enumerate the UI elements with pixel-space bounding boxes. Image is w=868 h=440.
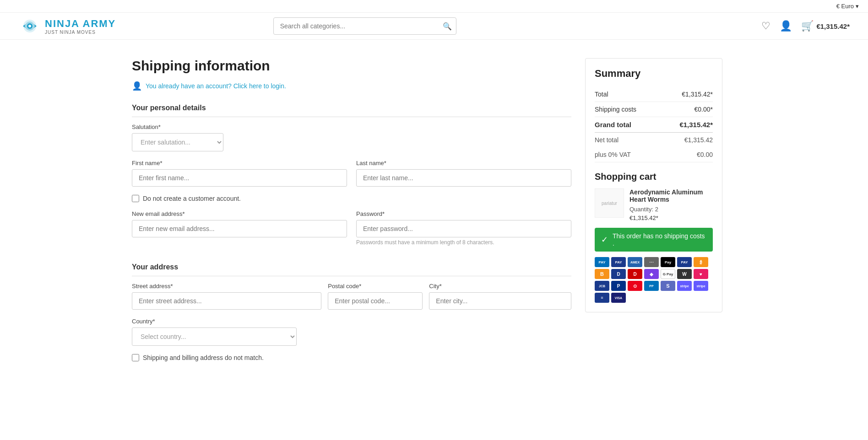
address-section-title: Your address xyxy=(132,263,571,276)
logo-army-text: ARMY xyxy=(83,18,116,29)
salutation-label: Salutation* xyxy=(132,123,571,130)
password-label: Password* xyxy=(356,210,571,217)
grand-total-value: €1,315.42* xyxy=(679,121,713,129)
payment-icon-pp1: P xyxy=(611,281,626,291)
vat-row: plus 0% VAT €0.00 xyxy=(595,147,713,162)
net-total-value: €1,315.42 xyxy=(684,136,713,144)
svg-point-3 xyxy=(28,25,31,27)
no-account-label: Do not create a customer account. xyxy=(143,195,241,202)
last-name-group: Last name* xyxy=(356,160,571,187)
grand-total-row: Grand total €1,315.42* xyxy=(595,117,713,133)
country-group: Country* Select country... Germany Unite… xyxy=(132,318,571,346)
payment-icon-heart: ♥ xyxy=(694,269,708,279)
email-label: New email address* xyxy=(132,210,347,217)
wishlist-icon[interactable]: ♡ xyxy=(761,20,770,32)
postal-input[interactable] xyxy=(328,292,423,310)
first-name-group: First name* xyxy=(132,160,347,187)
logo-ninja: NINJA xyxy=(45,18,79,29)
payment-icon-visa: VISA xyxy=(611,293,626,303)
net-total-label: Net total xyxy=(595,136,618,144)
payment-icon-gpay: G Pay xyxy=(661,269,675,279)
city-input[interactable] xyxy=(429,292,571,310)
main-container: Shipping information 👤 You already have … xyxy=(114,40,754,388)
check-icon: ✓ xyxy=(601,235,608,245)
payment-icon-pay3: PAY xyxy=(677,257,692,267)
shopping-cart-title: Shopping cart xyxy=(595,172,713,182)
payment-icon-paypal: PP xyxy=(644,281,659,291)
payment-icon-stripe2: stripe xyxy=(694,281,708,291)
billing-diff-label: Shipping and billing address do not matc… xyxy=(143,354,264,361)
cart-item-details: Aerodynamic Aluminum Heart Worms Quantit… xyxy=(629,188,713,221)
login-prompt-text: You already have an account? Click here … xyxy=(146,82,286,90)
last-name-input[interactable] xyxy=(356,169,571,187)
country-select[interactable]: Select country... Germany United States … xyxy=(132,327,297,346)
cart-icon: 🛒 xyxy=(801,20,814,32)
payment-icon-shopify: S xyxy=(661,281,675,291)
currency-selector[interactable]: € Euro ▾ xyxy=(836,3,859,10)
billing-diff-checkbox[interactable] xyxy=(132,354,139,361)
street-input[interactable] xyxy=(132,292,321,310)
address-row: Street address* Postal code* City* xyxy=(132,283,571,318)
summary-section: Summary Total €1,315.42* Shipping costs … xyxy=(585,58,722,370)
payment-icon-eth: ◆ xyxy=(644,269,659,279)
cart-button[interactable]: 🛒 €1,315.42* xyxy=(801,20,850,32)
first-name-input[interactable] xyxy=(132,169,347,187)
header: NINJA ARMY JUST NINJA MOVES 🔍 ♡ 👤 🛒 €1,3… xyxy=(0,13,868,40)
shipping-row: Shipping costs €0.00* xyxy=(595,102,713,117)
login-link[interactable]: 👤 You already have an account? Click her… xyxy=(132,81,571,91)
total-value: €1,315.42* xyxy=(682,91,713,98)
header-actions: ♡ 👤 🛒 €1,315.42* xyxy=(761,20,850,32)
grand-total-label: Grand total xyxy=(595,121,631,129)
email-password-row: New email address* Password* Passwords m… xyxy=(132,210,571,254)
total-row: Total €1,315.42* xyxy=(595,87,713,102)
cart-item: pariatur Aerodynamic Aluminum Heart Worm… xyxy=(595,188,713,221)
payment-icon-generic2: ≡ xyxy=(595,293,609,303)
payment-icon-mc: ⊙ xyxy=(628,281,642,291)
net-total-row: Net total €1,315.42 xyxy=(595,133,713,147)
cart-item-image: pariatur xyxy=(595,188,624,218)
payment-icon-generic1: ⋯ xyxy=(644,257,659,267)
cart-item-qty: Quantity: 2 xyxy=(629,206,713,213)
search-button[interactable]: 🔍 xyxy=(443,22,452,31)
last-name-label: Last name* xyxy=(356,160,571,166)
shipping-value: €0.00* xyxy=(694,106,713,113)
account-icon[interactable]: 👤 xyxy=(780,20,792,32)
payment-icon-pay1: PAY xyxy=(595,257,609,267)
no-account-group: Do not create a customer account. xyxy=(132,195,571,202)
search-bar: 🔍 xyxy=(273,17,456,35)
user-icon: 👤 xyxy=(132,81,142,91)
street-label: Street address* xyxy=(132,283,321,290)
password-input[interactable] xyxy=(356,220,571,237)
top-bar: € Euro ▾ xyxy=(0,0,868,13)
postal-label: Postal code* xyxy=(328,283,423,290)
form-section: Shipping information 👤 You already have … xyxy=(132,58,571,370)
logo[interactable]: NINJA ARMY JUST NINJA MOVES xyxy=(18,18,116,35)
summary-title: Summary xyxy=(595,68,713,80)
logo-tagline: JUST NINJA MOVES xyxy=(45,30,116,35)
password-hint: Passwords must have a minimum length of … xyxy=(356,239,571,246)
logo-text: NINJA ARMY JUST NINJA MOVES xyxy=(45,18,116,35)
currency-label: € Euro xyxy=(836,3,854,10)
payment-icon-amex: AMEX xyxy=(628,257,642,267)
first-name-label: First name* xyxy=(132,160,347,166)
shipping-notice-text: This order has no shipping costs . xyxy=(613,232,706,247)
billing-diff-group: Shipping and billing address do not matc… xyxy=(132,354,571,361)
payment-icon-pay2: PAY xyxy=(611,257,626,267)
email-group: New email address* xyxy=(132,210,347,246)
no-account-checkbox[interactable] xyxy=(132,195,139,202)
cart-item-image-label: pariatur xyxy=(602,201,617,206)
email-input[interactable] xyxy=(132,220,347,237)
city-group: City* xyxy=(429,283,571,310)
personal-details-section-title: Your personal details xyxy=(132,104,571,117)
total-label: Total xyxy=(595,91,608,98)
salutation-group: Salutation* Enter salutation... Mr. Ms. … xyxy=(132,123,571,151)
cart-item-price: €1,315.42* xyxy=(629,215,713,221)
search-input[interactable] xyxy=(273,17,456,35)
cart-item-name: Aerodynamic Aluminum Heart Worms xyxy=(629,188,713,203)
payment-icon-applepay: Pay xyxy=(661,257,675,267)
payment-icon-stripe1: stripe xyxy=(677,281,692,291)
street-group: Street address* xyxy=(132,283,321,310)
payment-icon-jcb: JCB xyxy=(595,281,609,291)
salutation-select[interactable]: Enter salutation... Mr. Ms. Dr. xyxy=(132,133,223,151)
page-title: Shipping information xyxy=(132,58,571,74)
